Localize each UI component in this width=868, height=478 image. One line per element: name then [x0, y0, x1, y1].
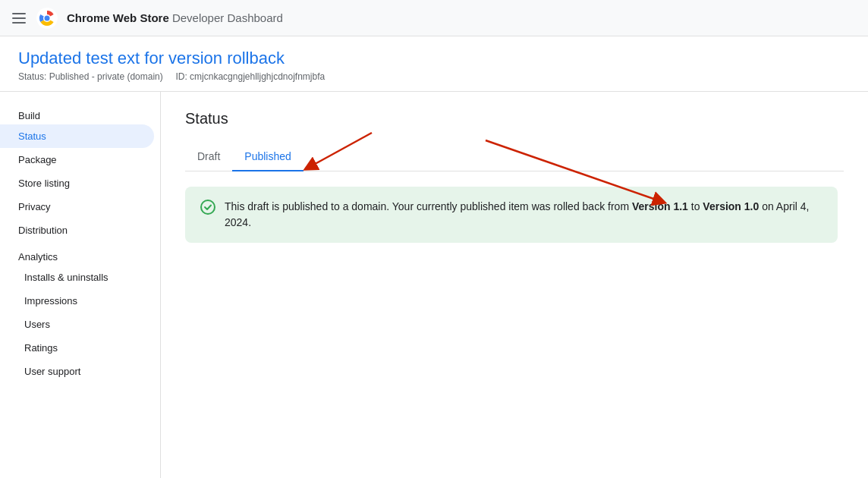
tab-draft[interactable]: Draft	[185, 143, 232, 171]
app-subtitle: Developer Dashboard	[169, 11, 283, 24]
sidebar-item-package[interactable]: Package	[0, 148, 154, 171]
build-section-label: Build	[0, 104, 160, 124]
topbar: Chrome Web Store Developer Dashboard	[0, 0, 868, 36]
tabs: Draft Published	[185, 143, 844, 171]
menu-icon[interactable]	[12, 11, 27, 26]
svg-point-3	[201, 200, 215, 214]
app-name: Chrome Web Store	[67, 11, 169, 24]
status-label: Status: Published - private (domain)	[18, 71, 163, 82]
sidebar-item-store-listing[interactable]: Store listing	[0, 171, 154, 195]
sidebar-item-installs[interactable]: Installs & uninstalls	[0, 266, 160, 289]
content-area: Status Draft Published This draft is pub…	[161, 92, 868, 478]
sidebar-item-user-support[interactable]: User support	[0, 360, 160, 383]
sidebar: Build Status Package Store listing Priva…	[0, 92, 161, 478]
page-header: Updated test ext for version rollback St…	[0, 36, 868, 92]
topbar-title: Chrome Web Store Developer Dashboard	[67, 11, 283, 24]
chrome-logo	[36, 8, 58, 29]
message-text-middle: to	[688, 200, 703, 212]
sidebar-item-users[interactable]: Users	[0, 313, 160, 336]
message-text: This draft is published to a domain. You…	[225, 199, 822, 231]
version-to: Version 1.0	[703, 200, 759, 212]
id-label: ID: cmjcnkacgngjehlljghjcdnojfnmjbfa	[175, 71, 325, 82]
success-icon	[200, 200, 215, 215]
sidebar-item-privacy[interactable]: Privacy	[0, 195, 154, 219]
page-subtitle: Status: Published - private (domain) ID:…	[18, 71, 850, 82]
sidebar-item-impressions[interactable]: Impressions	[0, 289, 160, 313]
sidebar-item-distribution[interactable]: Distribution	[0, 219, 154, 242]
version-from: Version 1.1	[632, 200, 688, 212]
main-layout: Build Status Package Store listing Priva…	[0, 92, 868, 478]
message-text-before: This draft is published to a domain. You…	[225, 200, 632, 212]
sidebar-item-status[interactable]: Status	[0, 124, 154, 148]
content-title: Status	[185, 110, 844, 127]
sidebar-item-ratings[interactable]: Ratings	[0, 336, 160, 360]
message-box: This draft is published to a domain. You…	[185, 187, 838, 243]
svg-point-2	[45, 15, 50, 20]
tab-published[interactable]: Published	[232, 143, 303, 171]
page-title: Updated test ext for version rollback	[18, 49, 850, 68]
analytics-section-label: Analytics	[0, 242, 160, 266]
